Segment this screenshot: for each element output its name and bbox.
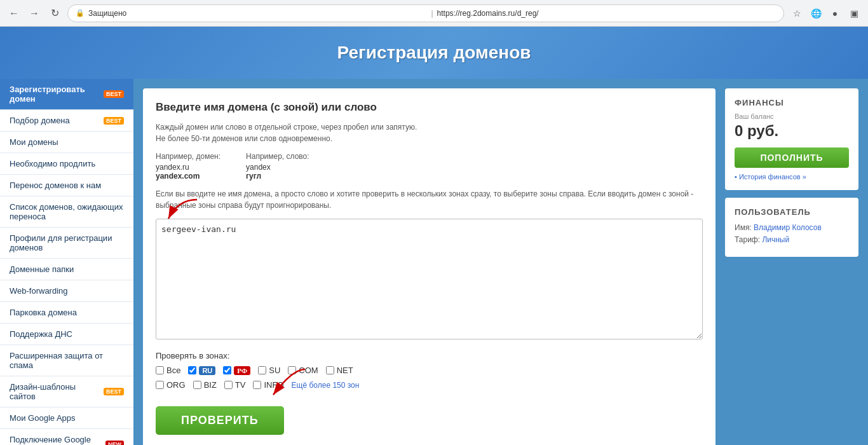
- user-tariff-row: Тариф: Личный: [735, 235, 849, 244]
- sidebar-item-webforward-label: Web-forwarding: [10, 286, 124, 296]
- user-name-link[interactable]: Владимир Колосов: [754, 223, 822, 232]
- sidebar-item-dns[interactable]: Поддержка ДНС: [0, 324, 133, 345]
- main-panel: Введите имя домена (с зоной) или слово К…: [143, 88, 715, 445]
- zone-net-checkbox[interactable]: [326, 366, 334, 374]
- sidebar-item-register[interactable]: Зарегистрировать домен BEST: [0, 79, 133, 110]
- domain-textarea[interactable]: sergeev-ivan.ru: [156, 219, 703, 339]
- browser-actions: ☆ 🌐 ● ▣: [789, 6, 862, 21]
- sidebar-item-google-apps-connect-label: Подключение Google Apps: [10, 435, 102, 445]
- sidebar-item-dns-label: Поддержка ДНС: [10, 329, 124, 339]
- sidebar-item-folders-label: Доменные папки: [10, 264, 124, 274]
- zones-label: Проверять в зонах:: [156, 351, 703, 360]
- zone-all-label[interactable]: Все: [166, 366, 180, 375]
- sidebar-item-spam-label: Расширенная защита от спама: [10, 351, 124, 370]
- zone-ru-badge: RU: [199, 366, 215, 375]
- sidebar-item-search[interactable]: Подбор домена BEST: [0, 110, 133, 132]
- sidebar-item-renew[interactable]: Необходимо продлить: [0, 153, 133, 175]
- zone-biz: BIZ: [193, 380, 217, 390]
- zone-su-label[interactable]: SU: [269, 366, 280, 375]
- reload-button[interactable]: ↻: [47, 6, 62, 21]
- textarea-wrapper: sergeev-ivan.ru: [156, 219, 703, 341]
- sidebar-item-google-apps-connect[interactable]: Подключение Google Apps NEW: [0, 429, 133, 445]
- warning-text: Если вы вводите не имя домена, а просто …: [156, 188, 703, 211]
- zone-info-label[interactable]: INFO: [264, 380, 283, 390]
- sidebar-item-design-label: Дизайн-шаблоны сайтов: [10, 382, 100, 401]
- example-word-label: Например, слово:: [246, 152, 309, 161]
- zone-org-checkbox[interactable]: [156, 381, 164, 389]
- zone-all-checkbox[interactable]: [156, 366, 164, 374]
- form-desc-2: Не более 50-ти доменов или слов одноврем…: [156, 134, 332, 143]
- url-text[interactable]: https://reg.2domains.ru/d_reg/: [437, 9, 776, 18]
- form-desc: Каждый домен или слово в отдельной строк…: [156, 121, 703, 144]
- more-zones-link[interactable]: Ещё более 150 зон: [292, 381, 360, 390]
- ext2-button[interactable]: ▣: [846, 6, 862, 21]
- zone-com-label[interactable]: COM: [299, 366, 318, 375]
- sidebar-item-folders[interactable]: Доменные папки: [0, 259, 133, 280]
- sidebar-item-renew-label: Необходимо продлить: [10, 159, 124, 168]
- example-domain-2: yandex.com: [156, 172, 220, 181]
- topup-button[interactable]: ПОПОЛНИТЬ: [735, 147, 849, 168]
- ext1-button[interactable]: ●: [827, 6, 843, 21]
- sidebar-item-spam[interactable]: Расширенная защита от спама: [0, 345, 133, 376]
- zone-net-label[interactable]: NET: [337, 366, 353, 375]
- sidebar-item-transfer[interactable]: Перенос доменов к нам: [0, 175, 133, 196]
- zone-net: NET: [326, 366, 353, 375]
- zone-com-checkbox[interactable]: [288, 366, 296, 374]
- sidebar-item-parking[interactable]: Парковка домена: [0, 302, 133, 324]
- star-button[interactable]: ☆: [789, 6, 804, 21]
- badge-best-search: BEST: [104, 117, 124, 125]
- example-word-1: yandex: [246, 163, 309, 172]
- zone-tv-checkbox[interactable]: [224, 381, 233, 389]
- check-button[interactable]: ПРОВЕРИТЬ: [156, 406, 284, 435]
- user-name-label: Имя:: [735, 223, 752, 232]
- zone-biz-checkbox[interactable]: [193, 381, 201, 389]
- browser-chrome: ← → ↻ 🔒 Защищено | https://reg.2domains.…: [0, 0, 868, 27]
- zone-su-checkbox[interactable]: [258, 366, 266, 374]
- forward-button[interactable]: →: [27, 6, 42, 21]
- right-sidebar: ФИНАНСЫ Ваш баланс 0 руб. ПОПОЛНИТЬ • Ис…: [725, 88, 858, 445]
- zone-org: ORG: [156, 380, 186, 390]
- example-domain-label: Например, домен:: [156, 152, 220, 161]
- form-title: Введите имя домена (с зоной) или слово: [156, 101, 703, 114]
- back-button[interactable]: ←: [6, 6, 22, 21]
- example-word-2: гугл: [246, 172, 309, 181]
- sidebar: Зарегистрировать домен BEST Подбор домен…: [0, 79, 133, 445]
- sidebar-item-design[interactable]: Дизайн-шаблоны сайтов BEST: [0, 376, 133, 407]
- sidebar-item-webforward[interactable]: Web-forwarding: [0, 280, 133, 302]
- zone-tv-label[interactable]: TV: [235, 380, 246, 390]
- zone-info: INFO: [253, 380, 283, 390]
- sidebar-item-profiles-label: Профили для регистрации доменов: [10, 233, 124, 252]
- zone-rf-checkbox[interactable]: [223, 366, 231, 374]
- zone-org-label[interactable]: ORG: [166, 380, 186, 390]
- form-desc-1: Каждый домен или слово в отдельной строк…: [156, 123, 417, 132]
- zone-biz-label[interactable]: BIZ: [204, 380, 217, 390]
- globe-button[interactable]: 🌐: [808, 6, 824, 21]
- zone-info-checkbox[interactable]: [253, 381, 261, 389]
- page-header: Регистрация доменов: [0, 27, 868, 79]
- sidebar-item-transfer-list[interactable]: Список доменов, ожидающих переноса: [0, 196, 133, 228]
- zone-ru-checkbox[interactable]: [188, 366, 196, 374]
- sidebar-item-profiles[interactable]: Профили для регистрации доменов: [0, 228, 133, 259]
- zone-su: SU: [258, 366, 280, 375]
- zones-section: Проверять в зонах: Все RU РФ: [156, 351, 703, 390]
- user-tariff-link[interactable]: Личный: [762, 235, 789, 244]
- sidebar-item-register-label: Зарегистрировать домен: [10, 85, 100, 104]
- zone-rf-badge: РФ: [234, 366, 250, 375]
- user-name-row: Имя: Владимир Колосов: [735, 223, 849, 232]
- sidebar-item-google-apps[interactable]: Мои Google Apps: [0, 407, 133, 429]
- user-panel: ПОЛЬЗОВАТЕЛЬ Имя: Владимир Колосов Тариф…: [725, 198, 858, 257]
- main-layout: Зарегистрировать домен BEST Подбор домен…: [0, 79, 868, 445]
- zone-ru: RU: [188, 366, 215, 375]
- sidebar-item-my-domains[interactable]: Мои домены: [0, 132, 133, 153]
- finance-title: ФИНАНСЫ: [735, 98, 849, 107]
- lock-icon: 🔒: [76, 9, 85, 17]
- address-bar: 🔒 Защищено | https://reg.2domains.ru/d_r…: [67, 4, 784, 22]
- user-title: ПОЛЬЗОВАТЕЛЬ: [735, 207, 849, 217]
- sidebar-item-google-apps-label: Мои Google Apps: [10, 413, 124, 423]
- finance-panel: ФИНАНСЫ Ваш баланс 0 руб. ПОПОЛНИТЬ • Ис…: [725, 88, 858, 190]
- examples-row: Например, домен: yandex.ru yandex.com На…: [156, 152, 703, 181]
- badge-best-register: BEST: [104, 90, 124, 98]
- finance-history-link[interactable]: • История финансов »: [735, 173, 849, 181]
- page-title: Регистрация доменов: [0, 43, 868, 63]
- zone-tv: TV: [224, 380, 246, 390]
